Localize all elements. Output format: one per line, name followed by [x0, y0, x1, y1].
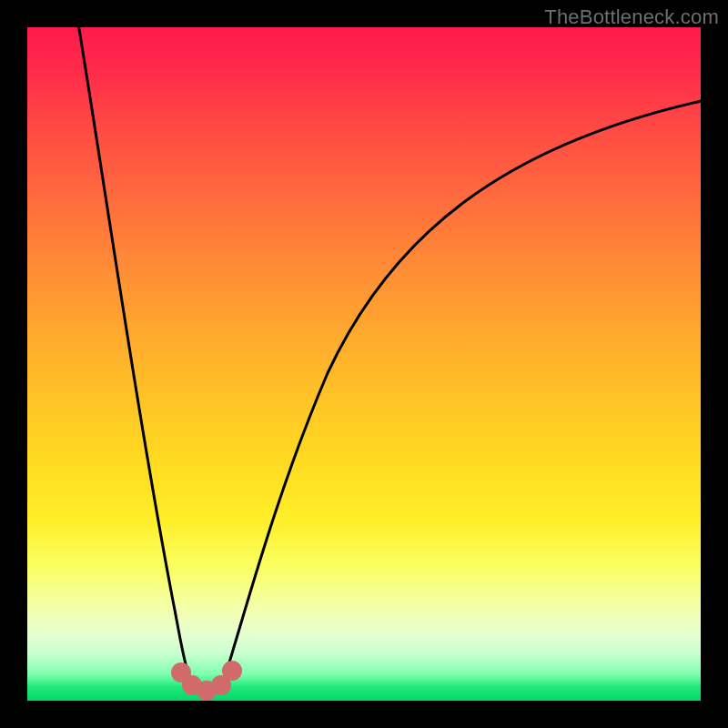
chart-plot-area — [27, 27, 701, 701]
bump-marker — [222, 661, 242, 681]
curve-right-branch — [223, 100, 701, 682]
curve-left-branch — [77, 27, 191, 682]
bottleneck-curve — [27, 27, 701, 701]
watermark-text: TheBottleneck.com — [544, 5, 719, 29]
